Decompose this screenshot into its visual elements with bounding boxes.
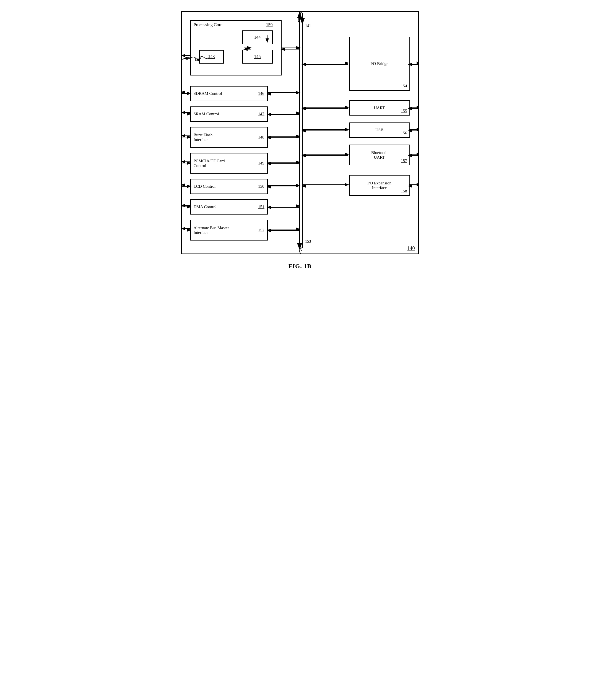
sram-ref: 147: [258, 112, 264, 117]
io-bridge-block: I/O Bridge 154: [349, 37, 410, 91]
sdram-ref: 146: [258, 91, 264, 96]
fig-label: FIG. 1B: [289, 262, 311, 270]
altbus-block: Alternate Bus Master Interface 152: [190, 220, 268, 241]
io-expansion-label: I/O Expansion Interface: [367, 181, 391, 190]
io-expansion-block: I/O Expansion Interface 158: [349, 175, 410, 196]
io-expansion-ref: 158: [401, 189, 407, 194]
uart-ref: 155: [401, 109, 407, 114]
io-bridge-label: I/O Bridge: [370, 61, 388, 66]
block-145: 145: [242, 50, 273, 64]
processing-core-ref: 159: [266, 22, 273, 27]
sram-label: SRAM Control: [194, 112, 219, 117]
lcd-ref: 150: [258, 184, 264, 189]
pcmcia-block: PCMCIA/CF Card Control 149: [190, 153, 268, 174]
dma-block: DMA Control 151: [190, 199, 268, 215]
sdram-label: SDRAM Control: [194, 91, 222, 96]
bluetooth-block: Bluetooth UART 157: [349, 145, 410, 165]
block-144: 144: [242, 30, 273, 44]
svg-text:153: 153: [305, 240, 311, 244]
svg-text:141: 141: [305, 24, 311, 28]
diagram-container: 140 Processing Core 159 144 145 143 SDRA…: [181, 11, 419, 254]
burst-flash-label: Burst Flash Interface: [194, 133, 213, 142]
pcmcia-ref: 149: [258, 161, 264, 166]
dma-ref: 151: [258, 205, 264, 209]
sdram-block: SDRAM Control 146: [190, 86, 268, 101]
burst-flash-block: Burst Flash Interface 148: [190, 127, 268, 148]
dma-label: DMA Control: [194, 205, 217, 209]
processing-core-box: Processing Core 159 144 145 143: [190, 20, 282, 75]
bluetooth-ref: 157: [401, 158, 407, 163]
uart-block: UART 155: [349, 100, 410, 116]
usb-label: USB: [376, 128, 383, 132]
block-143: 143: [199, 50, 224, 64]
lcd-label: LCD Control: [194, 184, 216, 189]
usb-ref: 156: [401, 131, 407, 135]
usb-block: USB 156: [349, 123, 410, 138]
uart-label: UART: [374, 106, 385, 110]
altbus-label: Alternate Bus Master Interface: [194, 226, 229, 235]
processing-core-label: Processing Core: [194, 22, 222, 27]
burst-flash-ref: 148: [258, 135, 264, 140]
sram-block: SRAM Control 147: [190, 106, 268, 122]
bluetooth-label: Bluetooth UART: [371, 150, 388, 160]
lcd-block: LCD Control 150: [190, 179, 268, 194]
outer-ref-label: 140: [407, 246, 415, 251]
pcmcia-label: PCMCIA/CF Card Control: [194, 159, 225, 168]
altbus-ref: 152: [258, 228, 264, 232]
io-bridge-ref: 154: [401, 84, 407, 89]
